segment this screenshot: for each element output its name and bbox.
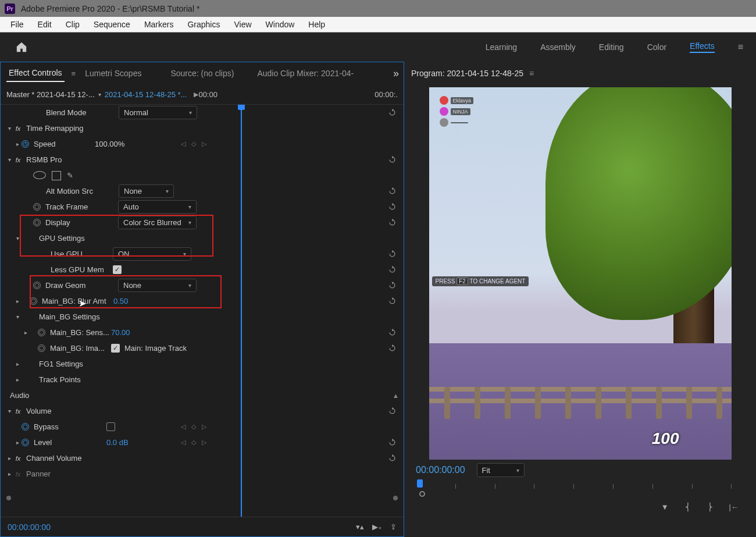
- level-value[interactable]: 0.0 dB: [106, 438, 129, 447]
- filter-icon[interactable]: ▾▴: [356, 522, 364, 531]
- workspace-color[interactable]: Color: [647, 42, 666, 52]
- tab-effect-controls[interactable]: Effect Controls: [6, 65, 65, 82]
- workspace-editing[interactable]: Editing: [599, 42, 624, 52]
- reset-button[interactable]: [386, 406, 398, 417]
- twirl-icon[interactable]: ▾: [13, 314, 22, 320]
- draw-geom-select[interactable]: None▾: [118, 279, 197, 292]
- panel-menu-icon[interactable]: ≡: [72, 69, 76, 78]
- twirl-icon[interactable]: ▸: [13, 376, 22, 383]
- dropdown-icon[interactable]: ▾: [98, 91, 101, 98]
- reset-button[interactable]: [386, 107, 398, 119]
- mini-timeline[interactable]: ▶ 00:00 00:00:.: [190, 84, 404, 105]
- less-gpu-mem-checkbox[interactable]: ✓: [113, 265, 122, 274]
- alt-motion-select[interactable]: None▾: [119, 184, 174, 198]
- marker-button[interactable]: ▼: [661, 503, 669, 511]
- reset-button[interactable]: [386, 186, 398, 197]
- workspace-effects[interactable]: Effects: [690, 41, 715, 53]
- menu-edit[interactable]: Edit: [31, 17, 59, 31]
- menu-sequence[interactable]: Sequence: [87, 17, 137, 31]
- program-timeline-ruler[interactable]: [416, 481, 744, 498]
- use-gpu-select[interactable]: ON▾: [113, 247, 191, 261]
- reset-button[interactable]: [386, 343, 398, 354]
- twirl-icon[interactable]: ▸: [22, 329, 30, 336]
- fx-icon[interactable]: fx: [13, 124, 23, 133]
- menu-clip[interactable]: Clip: [59, 17, 87, 31]
- reset-button[interactable]: [386, 327, 398, 339]
- blur-amt-value[interactable]: 0.50: [113, 297, 128, 305]
- stopwatch-icon[interactable]: [33, 219, 41, 226]
- share-icon[interactable]: ⇪: [390, 522, 397, 531]
- twirl-icon[interactable]: ▸: [13, 141, 22, 147]
- tab-audio-mixer[interactable]: Audio Clip Mixer: 2021-04-: [255, 65, 356, 81]
- workspace-learning[interactable]: Learning: [486, 42, 518, 52]
- stopwatch-icon[interactable]: [33, 203, 41, 211]
- rectangle-mask-button[interactable]: [52, 171, 61, 180]
- twirl-icon[interactable]: ▸: [5, 471, 13, 477]
- twirl-icon[interactable]: ▾: [5, 125, 13, 131]
- menu-help[interactable]: Help: [301, 17, 332, 31]
- keyframe-controls[interactable]: ◁◇▷: [181, 140, 206, 148]
- stopwatch-icon[interactable]: [22, 140, 29, 148]
- display-select[interactable]: Color Src Blurred▾: [118, 216, 197, 229]
- program-monitor-viewport[interactable]: Eklavya NINJA PRESS F2 TO CHANGE AGENT 1…: [429, 87, 732, 460]
- go-to-in-button[interactable]: |←: [729, 503, 739, 511]
- scrollbar-handle[interactable]: [393, 496, 398, 500]
- fx-icon[interactable]: fx: [13, 155, 23, 165]
- stopwatch-icon[interactable]: [33, 282, 41, 289]
- bypass-checkbox[interactable]: [106, 422, 115, 431]
- in-point-button[interactable]: ⎨: [685, 503, 691, 511]
- twirl-icon[interactable]: ▸: [13, 298, 22, 304]
- blend-mode-select[interactable]: Normal▾: [119, 106, 197, 119]
- stopwatch-icon[interactable]: [22, 439, 29, 446]
- fx-icon[interactable]: fx: [13, 470, 23, 479]
- twirl-icon[interactable]: ▾: [5, 408, 13, 414]
- scrub-handle[interactable]: [419, 491, 425, 497]
- image-track-checkbox[interactable]: ✓: [111, 344, 120, 353]
- reset-button[interactable]: [386, 280, 398, 291]
- twirl-icon[interactable]: ▸: [13, 361, 22, 367]
- menu-graphics[interactable]: Graphics: [180, 17, 227, 31]
- playhead-icon[interactable]: [417, 479, 423, 488]
- play-only-icon[interactable]: ▶₊: [372, 522, 382, 531]
- menu-markers[interactable]: Markers: [137, 17, 181, 31]
- track-frame-select[interactable]: Auto▾: [118, 200, 197, 214]
- keyframe-controls[interactable]: ◁◇▷: [181, 439, 206, 446]
- twirl-icon[interactable]: ▾: [13, 235, 22, 241]
- speed-value[interactable]: 100.00%: [95, 140, 124, 148]
- timecode-display[interactable]: 00:00:00:00: [8, 522, 51, 532]
- keyframe-controls[interactable]: ◁◇▷: [181, 423, 206, 431]
- fx-icon[interactable]: fx: [13, 407, 23, 416]
- program-timecode[interactable]: 00:00:00:00: [416, 465, 465, 475]
- reset-button[interactable]: [386, 248, 398, 260]
- stopwatch-icon[interactable]: [38, 329, 45, 336]
- tab-source[interactable]: Source: (no clips): [168, 65, 236, 81]
- sens-value[interactable]: 70.00: [111, 328, 130, 337]
- reset-button[interactable]: [386, 264, 398, 276]
- menu-window[interactable]: Window: [259, 17, 302, 31]
- workspace-assembly[interactable]: Assembly: [540, 42, 576, 52]
- reset-button[interactable]: [386, 453, 398, 464]
- tab-lumetri-scopes[interactable]: Lumetri Scopes: [83, 65, 144, 81]
- reset-button[interactable]: [386, 201, 398, 213]
- stopwatch-icon[interactable]: [22, 423, 29, 431]
- zoom-select[interactable]: Fit▾: [477, 463, 525, 477]
- ellipse-mask-button[interactable]: [33, 171, 46, 179]
- play-icon[interactable]: ▶: [194, 91, 198, 98]
- menu-file[interactable]: File: [3, 17, 31, 31]
- fx-icon[interactable]: fx: [13, 454, 23, 463]
- workspace-menu-icon[interactable]: ≡: [738, 42, 743, 52]
- twirl-icon[interactable]: ▸: [5, 455, 13, 461]
- pen-mask-button[interactable]: ✎: [67, 171, 73, 180]
- out-point-button[interactable]: ⎬: [707, 503, 713, 511]
- twirl-icon[interactable]: ▾: [5, 157, 13, 163]
- panel-menu-icon[interactable]: ≡: [529, 69, 534, 78]
- reset-button[interactable]: [386, 154, 398, 166]
- reset-button[interactable]: [386, 217, 398, 229]
- sequence-link[interactable]: 2021-04-15 12-48-25 *...: [105, 90, 187, 99]
- collapse-icon[interactable]: ▲: [393, 392, 399, 399]
- scrollbar-handle[interactable]: [6, 496, 11, 500]
- reset-button[interactable]: [386, 296, 398, 307]
- stopwatch-icon[interactable]: [38, 344, 45, 352]
- reset-button[interactable]: [386, 437, 398, 449]
- twirl-icon[interactable]: ▸: [13, 439, 22, 446]
